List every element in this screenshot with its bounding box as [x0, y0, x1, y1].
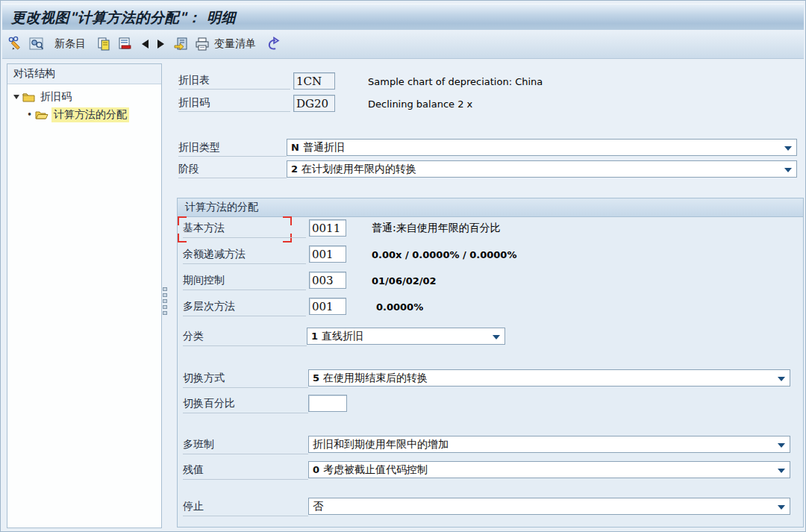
scrap-value-label: 残值 — [183, 463, 204, 477]
underline — [178, 89, 290, 90]
underline — [183, 316, 306, 316]
chevron-down-icon — [778, 443, 785, 448]
overview-icon[interactable] — [28, 35, 46, 53]
expand-triangle-icon[interactable] — [13, 95, 19, 99]
chart-of-depreciation-field[interactable]: 1CN — [293, 72, 335, 90]
sap-window: 更改视图"计算方法的分配"： 明细 新条目 — [0, 0, 806, 532]
title-bar: 更改视图"计算方法的分配"： 明细 — [2, 4, 804, 31]
groupbox-header: 计算方法的分配 — [178, 198, 803, 217]
shutdown-label: 停止 — [183, 500, 204, 513]
other-entry-icon[interactable] — [172, 35, 190, 53]
classification-label: 分类 — [183, 330, 204, 343]
previous-entry-icon[interactable] — [138, 35, 151, 53]
scrap-value-dropdown[interactable]: 0 考虑被截止值代码控制 — [308, 461, 790, 478]
changeover-method-dropdown[interactable]: 5 在使用期结束后的转换 — [308, 369, 790, 387]
depreciation-type-dropdown[interactable]: N 普通折旧 — [287, 139, 797, 156]
sidebar-item-depreciation-key[interactable]: 折旧码 — [13, 89, 74, 105]
dialog-structure-header: 对话结构 — [7, 64, 161, 84]
underline — [178, 178, 287, 178]
period-control-label: 期间控制 — [183, 274, 225, 287]
sidebar-item-label[interactable]: 计算方法的分配 — [51, 107, 129, 122]
base-method-label: 基本方法 — [183, 222, 225, 235]
phase-dropdown[interactable]: 2 在计划使用年限内的转换 — [287, 160, 797, 178]
multilevel-method-field[interactable]: 001 — [309, 298, 346, 315]
variable-list-button[interactable]: 变量清单 — [214, 37, 256, 51]
underline — [183, 413, 308, 413]
underline — [183, 290, 306, 290]
chevron-down-icon — [493, 335, 500, 339]
declining-balance-method-label: 余额递减方法 — [183, 248, 246, 261]
open-folder-icon — [35, 110, 49, 120]
period-control-field[interactable]: 003 — [309, 272, 346, 289]
multiple-shift-label: 多班制 — [183, 438, 214, 451]
chevron-down-icon — [778, 377, 785, 381]
underline — [183, 387, 308, 388]
underline — [183, 479, 308, 480]
multiple-shift-dropdown[interactable]: 折旧和到期使用年限中的增加 — [308, 436, 790, 453]
depreciation-type-label: 折旧类型 — [178, 141, 220, 154]
underline — [178, 156, 287, 157]
new-entries-button[interactable]: 新条目 — [54, 37, 86, 51]
underline — [183, 516, 308, 516]
chart-of-depreciation-label: 折旧表 — [178, 74, 210, 87]
changeover-percent-field[interactable] — [308, 395, 347, 412]
classification-dropdown[interactable]: 1 直线折旧 — [307, 328, 505, 345]
chevron-down-icon — [784, 168, 792, 172]
next-entry-icon[interactable] — [154, 35, 168, 53]
chart-of-depreciation-desc: Sample chart of depreciation: China — [368, 76, 543, 87]
groupbox-title: 计算方法的分配 — [185, 201, 258, 214]
declining-balance-method-desc: 0.00x / 0.0000% / 0.0000% — [372, 249, 516, 260]
delete-entry-icon[interactable] — [116, 35, 134, 53]
chevron-down-icon — [778, 469, 785, 473]
underline — [183, 237, 306, 238]
period-control-desc: 01/06/02/02 — [372, 275, 437, 287]
changeover-percent-label: 切换百分比 — [183, 397, 235, 410]
print-icon[interactable] — [193, 35, 211, 53]
underline — [178, 111, 290, 112]
copy-entry-icon[interactable] — [95, 35, 113, 53]
depreciation-key-desc: Declining balance 2 x — [368, 98, 472, 110]
sidebar-item-calc-method-assignment[interactable]: • 计算方法的分配 — [27, 107, 129, 123]
application-toolbar: 新条目 — [2, 30, 804, 59]
sidebar-item-label[interactable]: 折旧码 — [38, 90, 74, 104]
changeover-method-label: 切换方式 — [183, 372, 225, 385]
underline — [183, 263, 306, 264]
display-change-icon[interactable] — [7, 35, 25, 53]
underline — [183, 345, 307, 346]
folder-icon — [22, 92, 35, 102]
phase-label: 阶段 — [178, 163, 199, 176]
multilevel-method-label: 多层次方法 — [183, 300, 235, 313]
depreciation-key-label: 折旧码 — [178, 96, 210, 110]
multilevel-method-desc: 0.0000% — [376, 301, 423, 313]
chevron-down-icon — [778, 505, 785, 510]
undo-icon[interactable] — [265, 35, 283, 53]
bullet-icon: • — [27, 110, 32, 120]
dialog-structure-panel: 对话结构 折旧码 • 计算方法的分配 — [7, 63, 162, 528]
shutdown-dropdown[interactable]: 否 — [308, 498, 790, 515]
page-title: 更改视图"计算方法的分配"： 明细 — [11, 8, 236, 28]
base-method-desc: 普通:来自使用年限的百分比 — [372, 222, 501, 235]
chevron-down-icon — [784, 146, 792, 151]
depreciation-key-field[interactable]: DG20 — [293, 95, 335, 112]
declining-balance-method-field[interactable]: 001 — [309, 245, 346, 263]
dialog-structure-title: 对话结构 — [13, 67, 55, 81]
base-method-field[interactable]: 0011 — [309, 219, 346, 237]
underline — [183, 454, 308, 454]
